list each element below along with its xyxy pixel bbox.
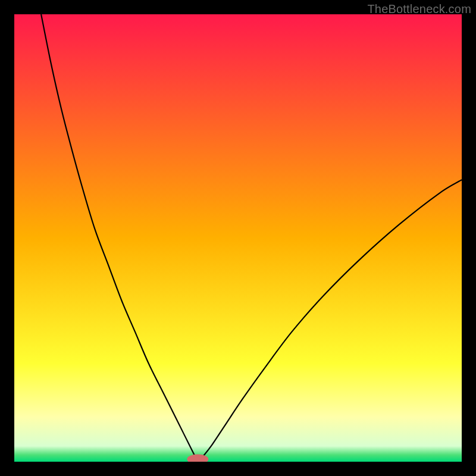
bottleneck-curve-chart: [14, 14, 462, 462]
chart-frame: [14, 14, 462, 462]
gradient-background: [14, 14, 462, 462]
